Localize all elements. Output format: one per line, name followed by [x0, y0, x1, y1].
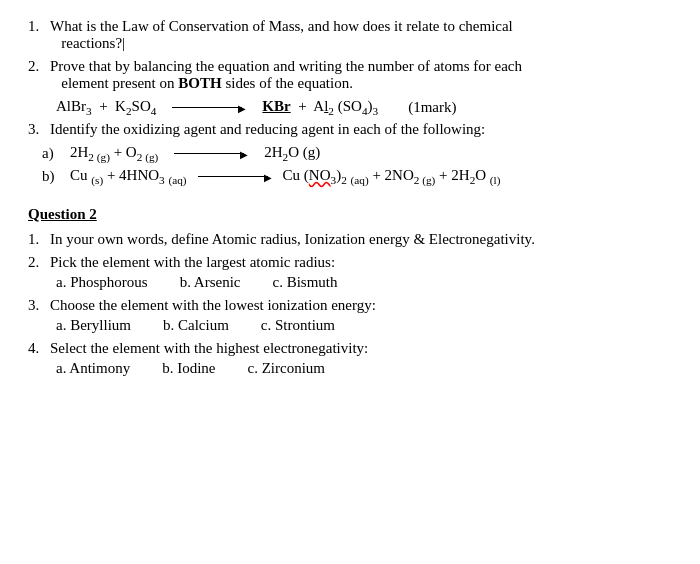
q2-text4: Select the element with the highest elec… — [50, 340, 672, 357]
q4-choice-a: a. Antimony — [56, 360, 130, 377]
q1-item1: 1. What is the Law of Conservation of Ma… — [28, 18, 672, 52]
q1-num1: 1. — [28, 18, 50, 52]
eq-mark: (1mark) — [408, 99, 456, 116]
q2-text2: Pick the element with the largest atomic… — [50, 254, 672, 271]
page-content: 1. What is the Law of Conservation of Ma… — [28, 18, 672, 377]
q2-num3: 3. — [28, 297, 50, 314]
q1-a-label: a) — [42, 145, 70, 162]
q3-choice-b: b. Calcium — [163, 317, 229, 334]
q4-choices: a. Antimony b. Iodine c. Zirconium — [28, 360, 672, 377]
q2-num2: 2. — [28, 254, 50, 271]
q2-num4: 4. — [28, 340, 50, 357]
eq-left: AlBr3 + K2SO4 — [56, 98, 156, 117]
q1-item2: 2. Prove that by balancing the equation … — [28, 58, 672, 92]
q2-text3: Choose the element with the lowest ioniz… — [50, 297, 672, 314]
q2-num1: 1. — [28, 231, 50, 248]
q1-b-arrow — [195, 168, 275, 185]
q1-a-left: 2H2 (g) + O2 (g) — [70, 144, 158, 163]
equation-row-1: AlBr3 + K2SO4 KBr + Al2 (SO4)3 (1mark) — [56, 98, 672, 117]
q1-sub-b: b) Cu (s) + 4HNO3 (aq) Cu (NO3)2 (aq) + … — [42, 167, 672, 186]
q1-sub-a: a) 2H2 (g) + O2 (g) 2H2O (g) — [42, 144, 672, 163]
q1-b-label: b) — [42, 168, 70, 185]
q1-text3: Identify the oxidizing agent and reducin… — [50, 121, 672, 138]
q2-text1: In your own words, define Atomic radius,… — [50, 231, 672, 248]
q1-b-right: Cu (NO3)2 (aq) + 2NO2 (g) + 2H2O (l) — [283, 167, 501, 186]
q1-text1: What is the Law of Conservation of Mass,… — [50, 18, 672, 52]
q3-choice-c: c. Strontium — [261, 317, 335, 334]
q1-num3: 3. — [28, 121, 50, 138]
q4-choice-b: b. Iodine — [162, 360, 215, 377]
q1-a-right: 2H2O (g) — [264, 144, 320, 163]
q2-item3: 3. Choose the element with the lowest io… — [28, 297, 672, 314]
q2-item2: 2. Pick the element with the largest ato… — [28, 254, 672, 271]
q2-choices: a. Phosphorous b. Arsenic c. Bismuth — [28, 274, 672, 291]
q2-choice-a: a. Phosphorous — [56, 274, 148, 291]
q1-b-left: Cu (s) + 4HNO3 (aq) — [70, 167, 187, 186]
q2-item1: 1. In your own words, define Atomic radi… — [28, 231, 672, 248]
q1-a-arrow — [166, 145, 256, 162]
q2-choice-c: c. Bismuth — [273, 274, 338, 291]
q1-num2: 2. — [28, 58, 50, 92]
q2-title: Question 2 — [28, 206, 672, 223]
q2-choice-b: b. Arsenic — [180, 274, 241, 291]
q1-text2: Prove that by balancing the equation and… — [50, 58, 672, 92]
q2-item4: 4. Select the element with the highest e… — [28, 340, 672, 357]
q3-choice-a: a. Beryllium — [56, 317, 131, 334]
q3-choices: a. Beryllium b. Calcium c. Strontium — [28, 317, 672, 334]
q4-choice-c: c. Zirconium — [248, 360, 325, 377]
eq-arrow — [164, 99, 254, 116]
q1-item3: 3. Identify the oxidizing agent and redu… — [28, 121, 672, 138]
eq-right: KBr + Al2 (SO4)3 — [262, 98, 378, 117]
